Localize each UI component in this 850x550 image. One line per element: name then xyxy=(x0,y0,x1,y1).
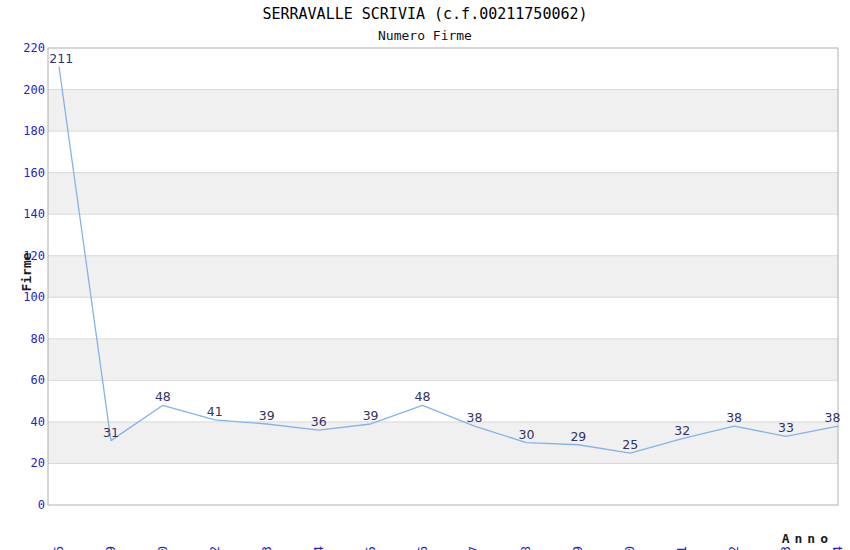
y-tick-label: 180 xyxy=(23,124,45,138)
y-tick-label: 40 xyxy=(31,415,45,429)
x-tick-label: 2019 xyxy=(570,546,585,550)
data-point-label: 48 xyxy=(415,389,431,404)
y-axis-title: Firme xyxy=(19,252,34,291)
x-tick-label: 2022 xyxy=(726,546,741,550)
plot-band xyxy=(48,422,838,464)
data-point-label: 38 xyxy=(467,410,483,425)
chart-window: SERRAVALLE SCRIVIA (c.f.00211750062) Num… xyxy=(0,0,850,550)
x-tick-label: 2006 xyxy=(51,546,66,550)
y-tick-label: 160 xyxy=(23,166,45,180)
data-point-label: 48 xyxy=(155,389,171,404)
x-tick-label: 2015 xyxy=(363,546,378,550)
x-tick-label: 2013 xyxy=(259,546,274,550)
data-point-label: 39 xyxy=(363,408,379,423)
data-point-label: 38 xyxy=(825,410,841,425)
chart-title: SERRAVALLE SCRIVIA (c.f.00211750062) xyxy=(0,5,850,23)
data-point-label: 32 xyxy=(674,423,690,438)
x-tick-label: 2016 xyxy=(415,546,430,550)
data-point-label: 211 xyxy=(49,51,73,66)
x-tick-label: 2010 xyxy=(155,546,170,550)
x-tick-label: 2009 xyxy=(103,546,118,550)
data-point-label: 30 xyxy=(518,427,534,442)
y-tick-label: 200 xyxy=(23,83,45,97)
y-tick-label: 140 xyxy=(23,207,45,221)
y-tick-label: 80 xyxy=(31,332,45,346)
x-tick-label: 2017 xyxy=(466,546,481,550)
plot-band xyxy=(48,173,838,215)
y-tick-label: 0 xyxy=(38,498,45,512)
data-point-label: 36 xyxy=(311,414,327,429)
data-point-label: 29 xyxy=(570,429,586,444)
data-point-label: 25 xyxy=(622,437,638,452)
x-tick-label: 2024 xyxy=(830,546,845,550)
data-point-label: 31 xyxy=(103,425,119,440)
x-axis-title: Anno xyxy=(782,531,833,546)
data-point-label: 39 xyxy=(259,408,275,423)
y-tick-label: 20 xyxy=(31,456,45,470)
data-point-label: 33 xyxy=(778,420,794,435)
x-tick-label: 2014 xyxy=(311,546,326,550)
x-tick-label: 2020 xyxy=(622,546,637,550)
x-tick-label: 2023 xyxy=(778,546,793,550)
line-chart: 0204060801001201401601802002202006200920… xyxy=(0,0,850,550)
plot-band xyxy=(48,256,838,298)
y-tick-label: 60 xyxy=(31,373,45,387)
x-tick-label: 2012 xyxy=(207,546,222,550)
plot-band xyxy=(48,339,838,381)
data-point-label: 41 xyxy=(207,404,223,419)
x-tick-label: 2021 xyxy=(674,546,689,550)
x-tick-label: 2018 xyxy=(518,546,533,550)
y-tick-label: 220 xyxy=(23,41,45,55)
chart-subtitle: Numero Firme xyxy=(0,28,850,43)
data-point-label: 38 xyxy=(726,410,742,425)
plot-band xyxy=(48,90,838,132)
